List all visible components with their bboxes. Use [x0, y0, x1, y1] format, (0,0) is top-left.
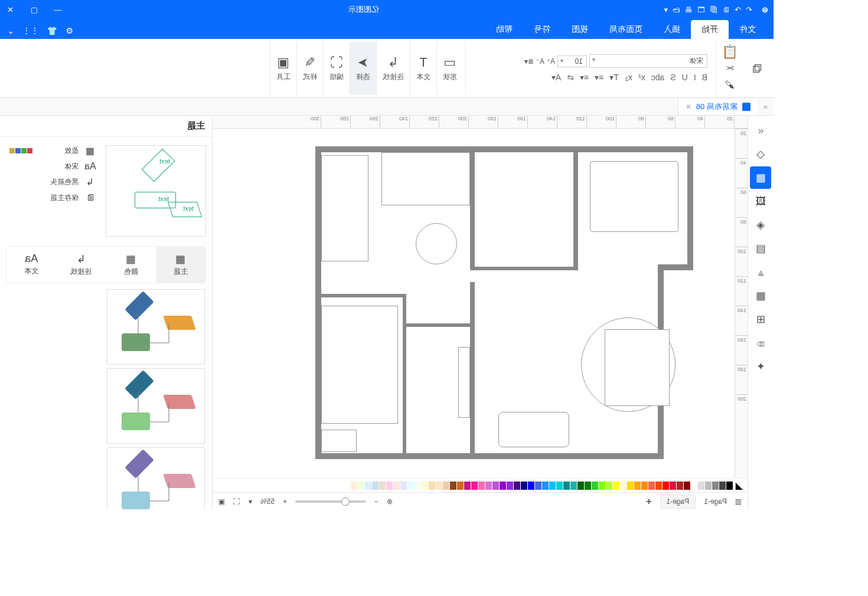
color-swatch[interactable] [655, 482, 662, 490]
menu-pagelayout[interactable]: 页面布局 [599, 20, 653, 39]
theme-opt-保存主题[interactable]: 🗎保存主题 [6, 190, 101, 205]
color-swatch[interactable] [613, 482, 619, 490]
color-swatch[interactable] [471, 482, 478, 490]
font-tool-9[interactable]: ≡▾ [580, 73, 589, 82]
theme-opt-盈效[interactable]: ▦盈效 [6, 143, 101, 159]
qat-more-icon[interactable]: ▾ [664, 5, 668, 14]
color-swatch[interactable] [500, 482, 506, 490]
bathtub[interactable] [498, 412, 569, 447]
theme-card-0[interactable] [107, 289, 205, 365]
maximize-button[interactable]: ▢ [24, 5, 45, 14]
color-swatch[interactable] [556, 482, 563, 490]
cut-icon[interactable]: ✂ [726, 61, 734, 76]
color-swatch[interactable] [535, 482, 541, 490]
left-tab-0[interactable]: « [750, 119, 772, 142]
left-tab-10[interactable]: ✦ [750, 355, 772, 378]
font-tool-4[interactable]: abc [651, 73, 665, 82]
align-button[interactable]: ≣▾ [524, 57, 534, 66]
brush-icon[interactable]: 🖌 [726, 77, 735, 93]
color-swatch[interactable] [634, 482, 641, 490]
zoom-slider[interactable] [295, 500, 366, 503]
color-swatch[interactable] [542, 482, 549, 490]
color-swatch[interactable] [450, 482, 456, 490]
font-tool-7[interactable]: T▾ [609, 73, 619, 82]
left-tab-8[interactable]: ⊞ [750, 308, 772, 330]
color-swatch[interactable] [719, 482, 726, 490]
color-swatch[interactable] [521, 482, 527, 490]
color-swatch[interactable] [400, 482, 407, 490]
menu-view[interactable]: 视图 [561, 20, 599, 39]
color-swatch[interactable] [386, 482, 393, 490]
saveas-button[interactable]: 🗔 [697, 5, 705, 14]
ribbon-编组[interactable]: ⛶编组 [323, 42, 350, 95]
color-swatch[interactable] [705, 482, 712, 490]
close-button[interactable]: ✕ [0, 5, 21, 14]
clipboard-paste[interactable]: ⧉ [746, 42, 768, 95]
zoom-in-button[interactable]: + [283, 497, 287, 506]
fit-button-1[interactable]: ⊕ [387, 497, 393, 506]
menu-symbol[interactable]: 符号 [523, 20, 561, 39]
left-tab-6[interactable]: ⟁ [750, 261, 772, 283]
font-inc-button[interactable]: A⁺ [547, 57, 555, 66]
zoom-out-button[interactable]: − [374, 497, 378, 506]
undo-button[interactable]: ↶ [746, 5, 752, 14]
color-swatch[interactable] [592, 482, 598, 490]
bed-2[interactable] [605, 329, 670, 406]
color-swatch[interactable] [641, 482, 648, 490]
color-swatch[interactable] [677, 482, 683, 490]
color-swatch[interactable] [698, 482, 704, 490]
pages-icon[interactable]: ▥ [735, 497, 742, 506]
fullscreen-icon[interactable]: ⛶ [233, 497, 240, 506]
document-tab[interactable]: 家居布局 06 ✕ [678, 99, 758, 115]
subtab-文本[interactable]: Aa文本 [6, 247, 56, 283]
menu-help[interactable]: 帮助 [485, 20, 523, 39]
color-swatch[interactable] [670, 482, 676, 490]
left-tab-7[interactable]: ▦ [750, 284, 772, 307]
ribbon-选择[interactable]: ➤选择 [350, 42, 376, 95]
bed-1[interactable] [590, 161, 678, 232]
color-swatch[interactable] [620, 482, 626, 490]
sofa[interactable] [321, 306, 398, 424]
font-tool-1[interactable]: I [694, 73, 696, 82]
color-swatch[interactable] [358, 482, 364, 490]
font-tool-6[interactable]: x₂ [625, 73, 632, 82]
page-tab[interactable]: Page-1 [660, 495, 696, 509]
tabs-expand-icon[interactable]: » [758, 102, 774, 111]
dining-table[interactable] [416, 223, 457, 264]
subtab-主题[interactable]: ▦主题 [156, 247, 205, 283]
theme-card-1[interactable] [107, 368, 205, 444]
left-tab-3[interactable]: 🖼 [750, 190, 772, 212]
apps-icon[interactable]: ⋮⋮ [22, 26, 39, 35]
redo-button[interactable]: ↷ [735, 5, 741, 14]
font-tool-0[interactable]: B [702, 73, 707, 82]
theme-opt-黑色箭头[interactable]: ↳黑色箭头 [6, 174, 101, 190]
left-tab-9[interactable]: ⎄ [750, 332, 772, 354]
left-tab-1[interactable]: ◇ [750, 143, 772, 165]
color-swatch[interactable] [663, 482, 669, 490]
menu-file[interactable]: 文件 [729, 20, 766, 39]
color-swatch[interactable] [691, 482, 697, 490]
color-swatch[interactable] [563, 482, 570, 490]
color-picker-icon[interactable]: ◢ [736, 480, 743, 491]
left-tab-2[interactable]: ▦ [750, 166, 772, 189]
close-tab-icon[interactable]: ✕ [686, 103, 691, 111]
fit-page-icon[interactable]: ▣ [218, 497, 225, 506]
color-swatch[interactable] [429, 482, 435, 490]
color-swatch[interactable] [351, 482, 357, 490]
paste-large-icon[interactable]: 📋 [722, 44, 738, 60]
left-tab-4[interactable]: ◈ [750, 214, 772, 236]
left-tab-5[interactable]: ▤ [750, 237, 772, 260]
new-button[interactable]: 🗎 [722, 5, 730, 14]
color-swatch[interactable] [443, 482, 449, 490]
desk[interactable] [321, 430, 357, 452]
color-swatch[interactable] [712, 482, 719, 490]
subtab-颜色[interactable]: ▦颜色 [106, 247, 156, 283]
font-tool-11[interactable]: A▾ [552, 73, 561, 82]
color-swatch[interactable] [422, 482, 428, 490]
font-tool-5[interactable]: x² [638, 73, 645, 82]
ribbon-连接线[interactable]: ↳连接线 [376, 42, 410, 95]
ribbon-样式[interactable]: ✎样式 [296, 42, 323, 95]
color-swatch[interactable] [407, 482, 414, 490]
color-swatch[interactable] [684, 482, 690, 490]
font-tool-10[interactable]: ⇄ [567, 73, 574, 82]
